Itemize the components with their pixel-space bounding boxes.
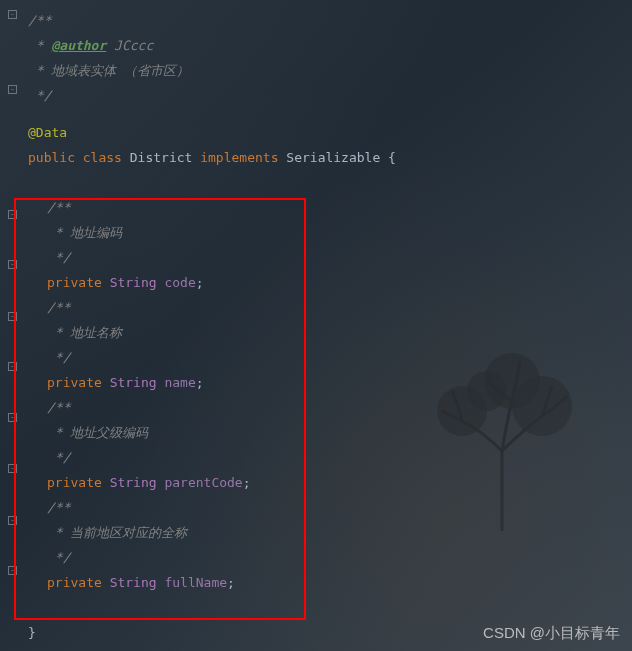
comment-text: * 地域表实体 （省市区） [28,63,189,78]
code-line: /** [0,295,632,320]
javadoc-tag: @author [51,38,106,53]
code-editor[interactable]: - - /** * @author JCccc * 地域表实体 （省市区） */… [0,0,632,651]
field-name: parentCode [164,475,242,490]
fold-marker-icon[interactable]: - [8,210,17,219]
keyword: class [83,150,122,165]
code-line: */ [0,345,632,370]
code-line: * 地址编码 [0,220,632,245]
code-line: private String fullName; [0,570,632,595]
code-line [0,595,632,620]
comment-text: /** [28,13,51,28]
code-line: * 地址名称 [0,320,632,345]
watermark-text: CSDN @小目标青年 [483,624,620,643]
keyword: implements [200,150,278,165]
code-line: private String name; [0,370,632,395]
fold-marker-icon[interactable]: - [8,362,17,371]
class-name: District [130,150,193,165]
code-line: * 地址父级编码 [0,420,632,445]
code-line: * @author JCccc [0,33,632,58]
code-line: private String code; [0,270,632,295]
code-line [0,108,632,120]
fold-marker-icon[interactable]: - [8,10,17,19]
code-line: */ [0,83,632,108]
code-line: /** [0,395,632,420]
code-line: */ [0,545,632,570]
fold-marker-icon[interactable]: - [8,312,17,321]
comment-text: */ [28,88,51,103]
code-line: /** [0,8,632,33]
annotation: @Data [28,125,67,140]
field-name: code [164,275,195,290]
code-line [0,170,632,195]
code-line: public class District implements Seriali… [0,145,632,170]
field-name: name [164,375,195,390]
close-brace: } [28,625,36,640]
code-line: */ [0,445,632,470]
author-name: JCccc [106,38,153,53]
code-line: private String parentCode; [0,470,632,495]
fold-marker-icon[interactable]: - [8,260,17,269]
fold-marker-icon[interactable]: - [8,85,17,94]
fold-marker-icon[interactable]: - [8,516,17,525]
code-line: /** [0,195,632,220]
fold-marker-icon[interactable]: - [8,566,17,575]
field-name: fullName [164,575,227,590]
code-line: @Data [0,120,632,145]
code-line: * 当前地区对应的全称 [0,520,632,545]
code-line: * 地域表实体 （省市区） [0,58,632,83]
fold-marker-icon[interactable]: - [8,413,17,422]
code-line: */ [0,245,632,270]
interface-name: Serializable [286,150,380,165]
code-line: /** [0,495,632,520]
keyword: public [28,150,75,165]
fold-marker-icon[interactable]: - [8,464,17,473]
